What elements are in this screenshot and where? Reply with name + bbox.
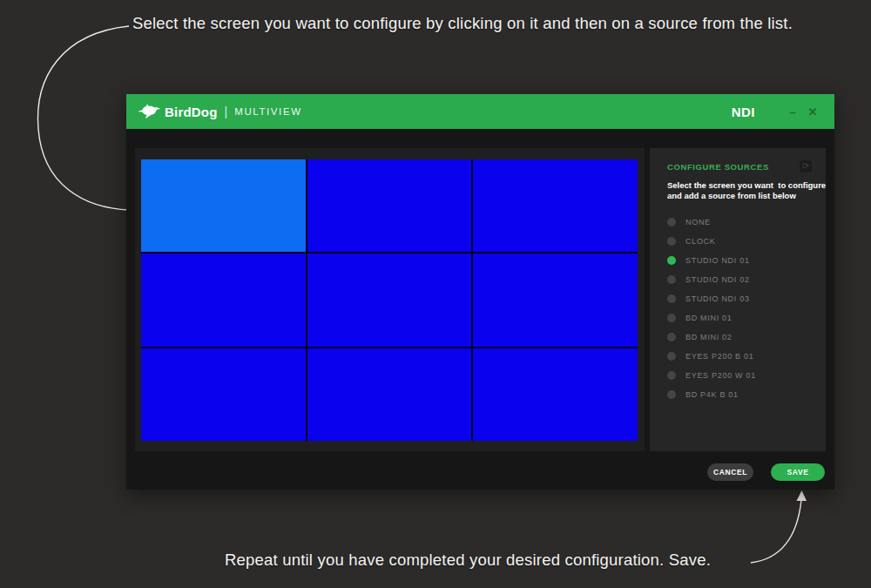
screen-tile-6[interactable]	[473, 253, 638, 346]
arrow-to-save-button	[751, 500, 801, 563]
source-item-eyes-p200-w-01[interactable]: EYES P200 W 01	[667, 366, 812, 385]
source-item-none[interactable]: NONE	[667, 213, 812, 232]
radio-icon	[667, 314, 676, 322]
source-item-bd-mini-02[interactable]: BD MINI 02	[667, 328, 812, 347]
multiview-grid	[141, 159, 638, 441]
close-button[interactable]: ✕	[807, 105, 819, 118]
brand-divider: |	[225, 105, 228, 118]
app-name: MULTIVIEW	[234, 106, 301, 117]
radio-icon	[667, 371, 676, 380]
window-titlebar: BirdDog | MULTIVIEW NDI – ✕	[126, 94, 834, 129]
cancel-button[interactable]: CANCEL	[707, 463, 753, 481]
source-label: STUDIO NDI 01	[685, 256, 750, 265]
source-label: EYES P200 W 01	[685, 371, 756, 380]
source-label: EYES P200 B 01	[685, 352, 753, 361]
radio-icon	[667, 390, 676, 399]
top-instruction-text: Select the screen you want to configure …	[132, 14, 793, 33]
minimize-button[interactable]: –	[787, 105, 799, 118]
arrowhead-up	[797, 490, 807, 501]
brand-name: BirdDog	[165, 105, 218, 119]
refresh-icon[interactable]: ⟳	[800, 160, 812, 172]
radio-icon	[667, 352, 676, 361]
source-label: STUDIO NDI 02	[685, 275, 750, 284]
birddog-logo-icon	[138, 104, 160, 120]
screen-tile-3[interactable]	[473, 159, 638, 252]
screen-tile-1-selected[interactable]	[141, 159, 306, 252]
screen-tile-9[interactable]	[473, 348, 638, 441]
source-item-eyes-p200-b-01[interactable]: EYES P200 B 01	[667, 347, 812, 366]
source-label: BD MINI 01	[685, 314, 733, 322]
multiview-grid-panel	[135, 148, 645, 451]
radio-icon	[667, 218, 676, 226]
radio-icon	[667, 294, 676, 303]
screen-tile-4[interactable]	[141, 253, 306, 346]
source-list: NONECLOCKSTUDIO NDI 01STUDIO NDI 02STUDI…	[667, 213, 812, 404]
source-label: CLOCK	[685, 237, 716, 246]
source-item-studio-ndi-01[interactable]: STUDIO NDI 01	[667, 251, 812, 270]
device-name: NDI	[732, 105, 755, 119]
radio-selected-icon	[667, 256, 676, 265]
radio-icon	[667, 237, 676, 246]
radio-icon	[667, 333, 676, 341]
screen-tile-8[interactable]	[307, 348, 472, 441]
source-label: BD P4K B 01	[685, 390, 739, 399]
bottom-instruction-text: Repeat until you have completed your des…	[225, 551, 711, 570]
source-item-studio-ndi-03[interactable]: STUDIO NDI 03	[667, 289, 812, 308]
panel-description: Select the screen you want to configurea…	[667, 180, 812, 201]
radio-icon	[667, 275, 676, 284]
arrow-to-selected-tile	[38, 26, 130, 210]
source-label: BD MINI 02	[685, 333, 733, 341]
screen-tile-5[interactable]	[307, 253, 472, 346]
screen-tile-2[interactable]	[307, 159, 472, 252]
source-label: STUDIO NDI 03	[685, 294, 750, 303]
panel-title: CONFIGURE SOURCES	[667, 162, 769, 172]
source-item-bd-mini-01[interactable]: BD MINI 01	[667, 308, 812, 328]
source-item-bd-p4k-b-01[interactable]: BD P4K B 01	[667, 385, 812, 404]
source-item-clock[interactable]: CLOCK	[667, 232, 812, 251]
configure-sources-panel: CONFIGURE SOURCES ⟳ Select the screen yo…	[650, 148, 826, 451]
source-label: NONE	[685, 218, 711, 226]
screen-tile-7[interactable]	[141, 348, 306, 441]
save-button[interactable]: SAVE	[771, 463, 825, 481]
multiview-window: BirdDog | MULTIVIEW NDI – ✕ CONFIGURE SO…	[126, 94, 834, 490]
source-item-studio-ndi-02[interactable]: STUDIO NDI 02	[667, 270, 812, 289]
